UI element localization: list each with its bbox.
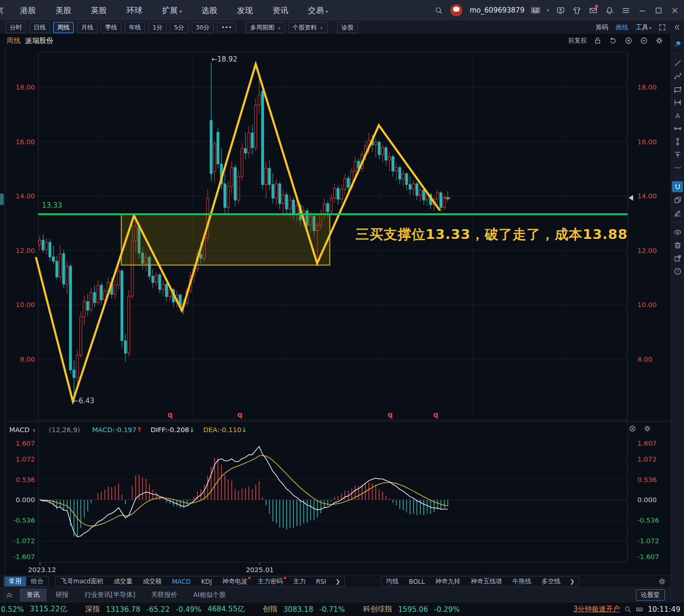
period-button-5分[interactable]: 5分 — [170, 22, 188, 33]
chart-area[interactable]: 18.0018.0016.0016.0014.0014.0012.0012.00… — [0, 47, 670, 575]
draw-tool-pin-icon[interactable] — [672, 37, 683, 50]
draw-tool-magnet-icon[interactable] — [672, 181, 683, 192]
draw-tool-segment-h-icon[interactable] — [672, 122, 683, 135]
minimize-icon[interactable] — [637, 6, 647, 15]
chevron-right-icon[interactable]: ❯ — [565, 578, 579, 585]
mail-icon[interactable] — [588, 6, 598, 15]
unlock-icon[interactable] — [593, 36, 602, 45]
tool-工具[interactable]: 工具▾ — [635, 23, 651, 32]
menu-item-发现[interactable]: 发现 — [227, 5, 263, 16]
tab-资讯[interactable]: 资讯 — [20, 588, 47, 602]
drawn-box[interactable] — [121, 214, 330, 265]
chevron-right-icon[interactable]: ❯ — [331, 578, 344, 585]
menu-item-选股[interactable]: 选股 — [192, 5, 227, 16]
user-name[interactable]: mo_609693879 — [470, 6, 524, 14]
menu-item-环球[interactable]: 环球 — [117, 5, 152, 16]
indicator-主力[interactable]: 主力 — [288, 577, 311, 586]
fullscreen-icon[interactable] — [659, 24, 666, 31]
period-button-周线[interactable]: 周线 — [53, 22, 74, 33]
period-button-年线[interactable]: 年线 — [125, 22, 145, 33]
indicator-主力密码[interactable]: 主力密码 — [252, 577, 288, 586]
keyboard-icon[interactable] — [636, 606, 643, 613]
period-button-月线[interactable]: 月线 — [77, 22, 98, 33]
diagnose-button[interactable]: 诊股 — [337, 22, 358, 33]
draw-tool-line-icon[interactable] — [672, 56, 683, 70]
menu-item-英股[interactable]: 英股 — [81, 5, 117, 16]
menu-item-美股[interactable]: 美股 — [46, 5, 81, 16]
indicator-成交量[interactable]: 成交量 — [108, 577, 138, 586]
draw-tool-export-icon[interactable] — [672, 252, 683, 265]
draw-tool-more-icon[interactable] — [672, 161, 683, 174]
user-caret-icon[interactable]: ▾ — [547, 8, 549, 13]
collapse-up-icon[interactable] — [6, 592, 13, 598]
draw-tool-pencil-icon[interactable] — [672, 206, 683, 219]
period-button-•••[interactable]: ••• — [217, 22, 236, 32]
menu-item-交易[interactable]: 交易▾ — [298, 5, 338, 16]
avatar[interactable] — [450, 4, 462, 16]
draw-tool-copy-icon[interactable] — [672, 193, 683, 206]
indicator-飞哥macd面积[interactable]: 飞哥macd面积 — [56, 577, 108, 586]
period-button-季线[interactable]: 季线 — [101, 22, 121, 33]
menu-list-icon[interactable] — [621, 6, 630, 15]
tab-行业资讯[半导体][interactable]: 行业资讯[半导体] — [77, 588, 142, 602]
indicator-tab-组合[interactable]: 组合 — [26, 577, 48, 586]
indicator-神奇五线谱[interactable]: 神奇五线谱 — [466, 577, 508, 586]
forum-button[interactable]: 论股堂 — [636, 589, 665, 601]
dropdown-个股资料[interactable]: 个股资料 ∨ — [288, 22, 328, 33]
close-icon[interactable] — [670, 6, 679, 15]
indicator-MACD[interactable]: MACD — [167, 578, 195, 585]
draw-tool-segment-v-icon[interactable] — [672, 135, 683, 148]
collapse-panel-icon[interactable] — [673, 24, 680, 31]
period-button-分时[interactable]: 分时 — [6, 22, 26, 33]
menu-item-港股[interactable]: 港股 — [10, 5, 46, 16]
indicator-神奇九转[interactable]: 神奇九转 — [430, 577, 466, 586]
indicator-KDJ[interactable]: KDJ — [196, 578, 217, 585]
indicator-RSI[interactable]: RSI — [311, 578, 331, 585]
theme-shirt-icon[interactable] — [572, 6, 581, 15]
bell-icon[interactable] — [605, 6, 614, 15]
indicator-多空线[interactable]: 多空线 — [537, 577, 566, 586]
drawing-annotation-text[interactable]: 三买支撑位13.33，破了走了，成本13.88 — [356, 225, 628, 244]
open-account-link[interactable]: 3分钟极速开户 — [573, 605, 620, 614]
indicator-成交额[interactable]: 成交额 — [138, 577, 167, 586]
tab-研报[interactable]: 研报 — [49, 588, 76, 602]
draw-tool-trash-icon[interactable] — [672, 238, 683, 252]
search-icon[interactable] — [434, 6, 444, 15]
draw-tool-raise-icon[interactable] — [672, 148, 683, 161]
chevron-down-icon[interactable]: ∨ — [32, 427, 35, 433]
gear-icon[interactable] — [655, 36, 664, 45]
screen-share-icon[interactable] — [556, 6, 565, 15]
dropdown-多周期图[interactable]: 多周期图 ∨ — [246, 22, 285, 33]
undo-icon[interactable] — [608, 36, 618, 45]
tab-AI相似个股[interactable]: AI相似个股 — [186, 588, 233, 602]
macd-indicator-name[interactable]: MACD — [9, 426, 29, 434]
tool-筹码[interactable]: 筹码 — [595, 23, 608, 32]
zoom-in-icon[interactable] — [624, 36, 633, 45]
zoom-out-icon[interactable] — [639, 36, 649, 45]
menu-item-京[interactable]: 京 — [0, 5, 10, 16]
indicator-牛熊线[interactable]: 牛熊线 — [507, 577, 537, 586]
draw-tool-measure-icon[interactable] — [672, 96, 683, 109]
period-button-1分[interactable]: 1分 — [148, 22, 167, 33]
menu-item-资讯[interactable]: 资讯 — [263, 5, 298, 16]
draw-tool-eye-icon[interactable] — [672, 225, 683, 238]
period-button-30分[interactable]: 30分 — [192, 22, 214, 33]
indicator-BOLL[interactable]: BOLL — [404, 578, 430, 585]
gear-icon[interactable] — [642, 424, 652, 433]
indicator-settings-gear-icon[interactable] — [658, 578, 666, 585]
draw-tool-help-icon[interactable]: ? — [672, 265, 683, 278]
draw-tool-text-icon[interactable]: A — [672, 109, 683, 122]
tool-画线[interactable]: 画线 — [615, 23, 628, 32]
indicator-神奇电波[interactable]: 神奇电波 — [217, 577, 252, 586]
stock-name[interactable]: 派瑞股份 — [25, 36, 53, 45]
adjust-mode-label[interactable]: 前复权 — [568, 36, 587, 45]
tab-关联报价[interactable]: 关联报价 — [144, 588, 184, 602]
indicator-tab-常用[interactable]: 常用 — [4, 577, 26, 586]
draw-tool-rectangle-icon[interactable] — [672, 83, 683, 96]
draw-tool-polyline-icon[interactable] — [672, 70, 683, 83]
period-button-日线[interactable]: 日线 — [29, 22, 50, 33]
indicator-均线[interactable]: 均线 — [381, 577, 404, 586]
search-icon[interactable] — [624, 606, 631, 613]
candlestick-chart[interactable]: 18.0018.0016.0016.0014.0014.0012.0012.00… — [0, 47, 670, 575]
menu-item-扩展[interactable]: 扩展▾ — [152, 5, 192, 16]
